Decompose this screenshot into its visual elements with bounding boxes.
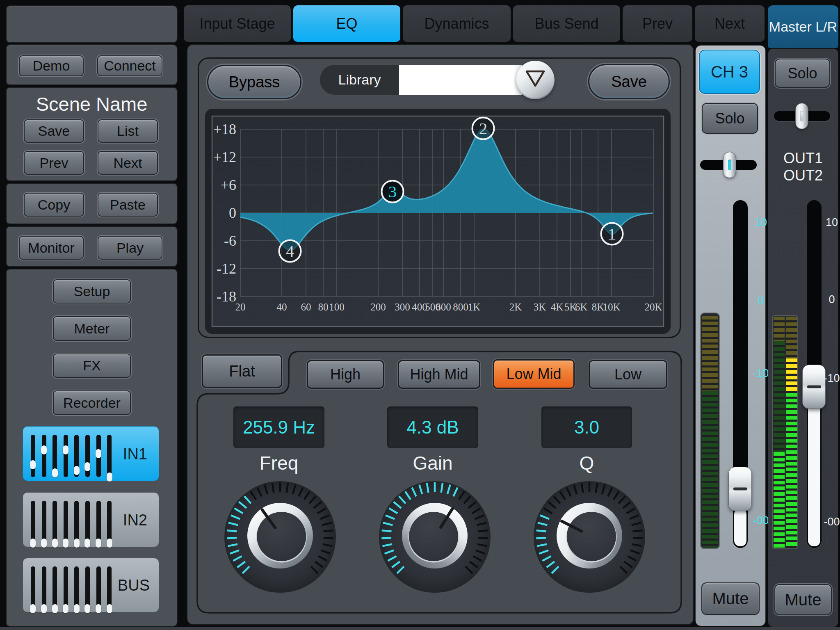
svg-text:0: 0 (229, 205, 236, 221)
svg-text:2K: 2K (509, 301, 522, 313)
svg-text:4: 4 (286, 242, 294, 260)
svg-text:10K: 10K (603, 301, 620, 313)
svg-text:600: 600 (436, 301, 451, 313)
svg-text:+6: +6 (221, 177, 236, 193)
svg-text:2: 2 (479, 119, 488, 138)
svg-text:20: 20 (235, 301, 246, 313)
svg-text:80: 80 (318, 301, 329, 313)
svg-text:40: 40 (277, 301, 287, 313)
svg-text:800: 800 (453, 301, 468, 313)
svg-text:-6: -6 (224, 233, 236, 249)
svg-text:60: 60 (301, 301, 311, 313)
svg-text:+12: +12 (213, 149, 236, 165)
svg-text:4K: 4K (551, 301, 564, 313)
svg-text:300: 300 (395, 301, 410, 313)
svg-text:100: 100 (329, 301, 345, 313)
svg-text:20K: 20K (644, 301, 662, 313)
svg-text:200: 200 (370, 301, 386, 313)
svg-text:3: 3 (388, 182, 397, 201)
svg-text:1: 1 (608, 224, 616, 243)
svg-text:-18: -18 (217, 288, 236, 305)
svg-text:1K: 1K (468, 301, 481, 313)
svg-text:+18: +18 (213, 121, 236, 137)
svg-text:-12: -12 (217, 260, 236, 277)
svg-text:3K: 3K (534, 301, 546, 313)
svg-text:6K: 6K (575, 301, 588, 313)
